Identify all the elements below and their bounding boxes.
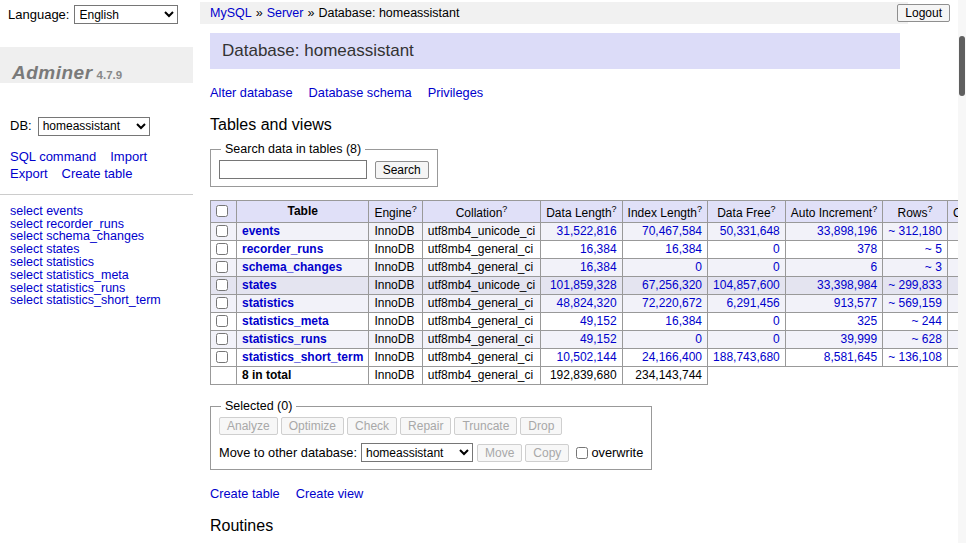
auto-increment-link[interactable]: 6 [870,260,877,274]
sidebar-action-export[interactable]: Export [10,165,48,182]
index-length-link[interactable]: 0 [695,332,702,346]
data-length-link[interactable]: 48,824,320 [557,296,617,310]
row-checkbox-statistics-short-term[interactable] [216,351,228,363]
data-free-link[interactable]: 0 [773,260,780,274]
breadcrumb-link-server[interactable]: Server [267,6,304,20]
sidebar-link-select-statistics-meta[interactable]: select statistics_meta [10,269,183,282]
rows-link-statistics-meta[interactable]: ~ 244 [912,314,942,328]
column-header-index-length[interactable]: Index Length? [622,201,707,223]
help-icon[interactable]: ? [412,204,417,214]
help-icon[interactable]: ? [872,204,877,214]
column-header-table[interactable]: Table [237,201,369,223]
page-scrollbar[interactable] [958,0,966,543]
table-link-events[interactable]: events [242,224,280,238]
data-length-link[interactable]: 10,502,144 [557,350,617,364]
row-checkbox-events[interactable] [216,225,228,237]
data-length-link[interactable]: 49,152 [580,314,617,328]
help-icon[interactable]: ? [771,204,776,214]
auto-increment-link[interactable]: 33,898,196 [817,224,877,238]
help-icon[interactable]: ? [697,204,702,214]
data-length-link[interactable]: 101,859,328 [550,278,617,292]
db-select[interactable]: homeassistant [38,117,150,136]
data-free-link[interactable]: 188,743,680 [713,350,780,364]
rows-link-statistics-runs[interactable]: ~ 628 [912,332,942,346]
scrollbar-thumb[interactable] [959,36,965,96]
index-length-link[interactable]: 67,256,320 [642,278,702,292]
row-checkbox-statistics-meta[interactable] [216,315,228,327]
data-free-link[interactable]: 6,291,456 [726,296,779,310]
data-length-link[interactable]: 31,522,816 [557,224,617,238]
repair-button[interactable]: Repair [400,417,451,435]
column-header-engine[interactable]: Engine? [369,201,422,223]
sidebar-action-create-table[interactable]: Create table [62,165,133,182]
logout-button[interactable]: Logout [897,4,950,22]
overwrite-checkbox[interactable] [576,447,588,459]
column-header-rows[interactable]: Rows? [883,201,948,223]
language-select[interactable]: English [74,5,178,24]
index-length-link[interactable]: 72,220,672 [642,296,702,310]
rows-link-schema-changes[interactable]: ~ 3 [925,260,942,274]
drop-button[interactable]: Drop [520,417,562,435]
optimize-button[interactable]: Optimize [281,417,344,435]
table-link-schema-changes[interactable]: schema_changes [242,260,342,274]
index-length-link[interactable]: 16,384 [665,242,702,256]
data-length-link[interactable]: 16,384 [580,242,617,256]
database-link-privileges[interactable]: Privileges [428,85,483,100]
table-link-statistics-meta[interactable]: statistics_meta [242,314,329,328]
sidebar-link-select-events[interactable]: select events [10,205,183,218]
index-length-link[interactable]: 16,384 [665,314,702,328]
app-name-link[interactable]: Adminer [12,62,93,83]
rows-link-recorder-runs[interactable]: ~ 5 [925,242,942,256]
column-header-auto-increment[interactable]: Auto Increment? [785,201,882,223]
sidebar-link-select-statistics[interactable]: select statistics [10,256,183,269]
column-header-data-free[interactable]: Data Free? [708,201,786,223]
data-free-link[interactable]: 104,857,600 [713,278,780,292]
row-checkbox-statistics[interactable] [216,297,228,309]
index-length-link[interactable]: 0 [695,260,702,274]
data-free-link[interactable]: 0 [773,332,780,346]
check-button[interactable]: Check [347,417,397,435]
table-link-states[interactable]: states [242,278,277,292]
auto-increment-link[interactable]: 8,581,645 [824,350,877,364]
truncate-button[interactable]: Truncate [454,417,517,435]
database-link-database-schema[interactable]: Database schema [309,85,412,100]
sidebar-action-sql-command[interactable]: SQL command [10,148,96,165]
auto-increment-link[interactable]: 33,398,984 [817,278,877,292]
auto-increment-link[interactable]: 325 [857,314,877,328]
copy-button[interactable]: Copy [525,444,569,462]
move-button[interactable]: Move [477,444,522,462]
help-icon[interactable]: ? [502,204,507,214]
rows-link-states[interactable]: ~ 299,833 [888,278,942,292]
auto-increment-link[interactable]: 39,999 [840,332,877,346]
table-link-statistics-runs[interactable]: statistics_runs [242,332,327,346]
index-length-link[interactable]: 24,166,400 [642,350,702,364]
data-free-link[interactable]: 0 [773,314,780,328]
column-header-data-length[interactable]: Data Length? [541,201,622,223]
search-button[interactable]: Search [375,161,429,179]
database-link-alter-database[interactable]: Alter database [210,85,293,100]
rows-link-statistics[interactable]: ~ 569,159 [888,296,942,310]
rows-link-events[interactable]: ~ 312,180 [888,224,942,238]
table-link-statistics-short-term[interactable]: statistics_short_term [242,350,363,364]
row-checkbox-states[interactable] [216,279,228,291]
move-db-select[interactable]: homeassistant [361,443,473,462]
search-input[interactable] [219,160,367,179]
breadcrumb-link-mysql[interactable]: MySQL [210,6,252,20]
help-icon[interactable]: ? [612,204,617,214]
create-link-create-view[interactable]: Create view [296,486,364,501]
data-free-link[interactable]: 50,331,648 [720,224,780,238]
auto-increment-link[interactable]: 378 [857,242,877,256]
column-header-collation[interactable]: Collation? [422,201,540,223]
help-icon[interactable]: ? [928,204,933,214]
data-length-link[interactable]: 49,152 [580,332,617,346]
row-checkbox-schema-changes[interactable] [216,261,228,273]
create-link-create-table[interactable]: Create table [210,486,280,501]
data-length-link[interactable]: 16,384 [580,260,617,274]
auto-increment-link[interactable]: 913,577 [834,296,877,310]
table-link-statistics[interactable]: statistics [242,296,294,310]
index-length-link[interactable]: 70,467,584 [642,224,702,238]
select-all-checkbox[interactable] [216,205,228,217]
data-free-link[interactable]: 0 [773,242,780,256]
rows-link-statistics-short-term[interactable]: ~ 136,108 [888,350,942,364]
sidebar-link-select-statistics-short-term[interactable]: select statistics_short_term [10,294,183,307]
